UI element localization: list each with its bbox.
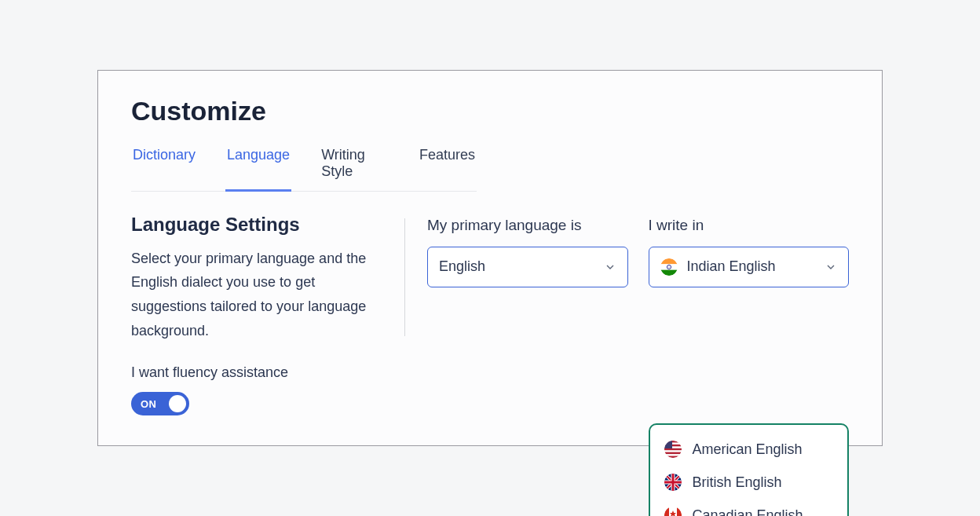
- svg-rect-10: [664, 448, 682, 450]
- svg-rect-13: [664, 441, 672, 448]
- chevron-down-icon: [825, 261, 837, 273]
- dialect-option-label: Canadian English: [693, 507, 803, 516]
- svg-point-5: [668, 266, 669, 267]
- dialect-option[interactable]: Canadian English: [655, 499, 843, 516]
- page-title: Customize: [131, 96, 849, 126]
- section-heading: Language Settings: [131, 214, 382, 236]
- svg-rect-1: [660, 258, 678, 264]
- fluency-toggle[interactable]: ON: [131, 392, 189, 415]
- svg-rect-18: [664, 507, 669, 516]
- dialect-option-label: American English: [693, 441, 803, 458]
- primary-language-select[interactable]: English: [427, 247, 628, 287]
- primary-language-value: English: [439, 258, 485, 275]
- dialect-label: I write in: [649, 217, 850, 234]
- tabs-bar: Dictionary Language Writing Style Featur…: [131, 142, 477, 192]
- svg-rect-3: [660, 269, 678, 275]
- tab-language[interactable]: Language: [225, 142, 291, 192]
- tab-dictionary[interactable]: Dictionary: [131, 142, 197, 192]
- flag-india-icon: [660, 258, 678, 276]
- dialect-option[interactable]: British English: [655, 466, 843, 499]
- dialect-option-label: British English: [693, 474, 782, 491]
- flag-us-icon: [664, 441, 682, 458]
- dialect-select[interactable]: Indian English: [649, 247, 850, 287]
- chevron-down-icon: [604, 261, 616, 273]
- primary-language-label: My primary language is: [427, 217, 628, 234]
- fluency-label: I want fluency assistance: [131, 364, 382, 381]
- svg-rect-11: [664, 452, 682, 454]
- dialect-value: Indian English: [687, 258, 776, 275]
- tab-features[interactable]: Features: [418, 142, 477, 192]
- svg-rect-12: [664, 456, 682, 458]
- toggle-text: ON: [141, 398, 157, 410]
- dialect-dropdown: American EnglishBritish EnglishCanadian …: [649, 423, 850, 516]
- flag-ca-icon: [664, 507, 682, 516]
- svg-rect-19: [677, 507, 682, 516]
- customize-panel: Customize Dictionary Language Writing St…: [97, 70, 883, 446]
- dialect-option[interactable]: American English: [655, 433, 843, 466]
- tab-writing-style[interactable]: Writing Style: [320, 142, 389, 192]
- divider: [404, 218, 405, 336]
- svg-rect-8: [664, 441, 682, 442]
- section-description: Select your primary language and the Eng…: [131, 247, 382, 342]
- toggle-knob: [169, 395, 186, 412]
- flag-uk-icon: [664, 474, 682, 491]
